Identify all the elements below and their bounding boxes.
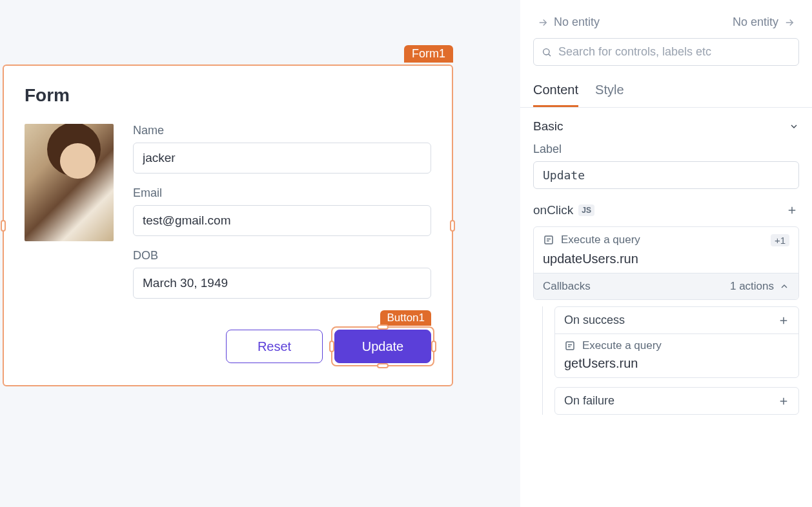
prev-entity[interactable]: No entity	[537, 15, 600, 29]
next-entity-label: No entity	[733, 15, 778, 29]
resize-handle-left[interactable]	[1, 220, 6, 232]
search-box[interactable]	[533, 38, 799, 66]
section-basic-label: Basic	[533, 119, 563, 134]
form-title: Form	[25, 85, 431, 106]
plus-icon[interactable]	[778, 315, 789, 326]
query-icon	[564, 340, 576, 352]
avatar-image	[25, 124, 114, 241]
on-success-label: On success	[564, 313, 625, 327]
panel-resizer[interactable]	[510, 0, 520, 507]
email-input[interactable]	[133, 205, 431, 236]
callbacks-label: Callbacks	[543, 280, 591, 293]
search-input[interactable]	[558, 45, 791, 59]
form-actions: Reset Button1 Update	[25, 330, 431, 363]
plus-icon[interactable]	[778, 395, 789, 407]
callbacks-bar[interactable]: Callbacks 1 actions	[534, 273, 798, 299]
form-fields: Name Email DOB	[133, 124, 431, 312]
button-tag: Button1	[380, 310, 431, 326]
tab-style[interactable]: Style	[595, 79, 624, 107]
onclick-row: onClick JS	[533, 203, 799, 217]
dob-label: DOB	[133, 249, 431, 263]
prev-entity-label: No entity	[554, 15, 600, 29]
action-title: Execute a query	[561, 234, 640, 246]
search-icon	[542, 47, 552, 57]
tab-content[interactable]: Content	[533, 79, 578, 107]
resize-handle-right[interactable]	[431, 341, 436, 352]
email-label: Email	[133, 186, 431, 200]
resize-handle-right[interactable]	[450, 220, 455, 232]
form-card: Form Name Email DOB	[3, 65, 453, 386]
section-basic[interactable]: Basic	[533, 108, 799, 143]
onclick-action-card[interactable]: Execute a query +1 updateUsers.run Callb…	[533, 226, 799, 300]
success-action-title: Execute a query	[582, 339, 662, 352]
label-prop-input[interactable]: Update	[533, 161, 799, 189]
resize-handle-left[interactable]	[329, 341, 334, 352]
form-tag: Form1	[404, 45, 453, 63]
add-action-button[interactable]	[785, 203, 799, 217]
svg-rect-1	[545, 236, 553, 244]
query-icon	[543, 234, 554, 246]
property-panel: No entity No entity Content Style Basic …	[520, 0, 812, 507]
entity-nav: No entity No entity	[533, 15, 799, 29]
field-name: Name	[133, 124, 431, 174]
canvas: Form1 Form Name Email DOB	[0, 0, 510, 507]
onclick-label: onClick	[533, 203, 573, 217]
svg-point-0	[543, 48, 549, 54]
js-badge[interactable]: JS	[578, 204, 594, 216]
on-failure-label: On failure	[564, 394, 614, 408]
form-widget[interactable]: Form1 Form Name Email DOB	[3, 65, 453, 386]
dob-input[interactable]	[133, 268, 431, 299]
name-input[interactable]	[133, 143, 431, 174]
reset-button[interactable]: Reset	[226, 330, 323, 363]
next-entity[interactable]: No entity	[733, 15, 795, 29]
arrow-right-icon	[537, 17, 549, 28]
update-button[interactable]: Update	[334, 330, 431, 363]
arrow-right-icon	[784, 17, 795, 28]
form-body: Name Email DOB	[25, 124, 431, 312]
field-email: Email	[133, 186, 431, 236]
update-button-wrapper: Button1 Update	[334, 330, 431, 363]
chevron-down-icon	[789, 121, 799, 132]
on-failure-card[interactable]: On failure	[554, 387, 799, 415]
panel-tabs: Content Style	[520, 79, 812, 108]
action-count-badge: +1	[771, 234, 789, 246]
svg-rect-2	[566, 342, 574, 350]
plus-icon	[786, 204, 798, 216]
field-dob: DOB	[133, 249, 431, 299]
callbacks-count: 1 actions	[730, 280, 774, 293]
action-code: updateUsers.run	[534, 252, 798, 273]
chevron-up-icon	[779, 281, 789, 292]
on-success-card[interactable]: On success Execute a query getUsers.run	[554, 306, 799, 378]
callbacks-tree: On success Execute a query getUsers.run …	[542, 306, 799, 415]
name-label: Name	[133, 124, 431, 137]
success-action-code: getUsers.run	[555, 356, 798, 377]
label-prop-title: Label	[533, 143, 799, 156]
resize-handle-bottom[interactable]	[377, 363, 389, 368]
